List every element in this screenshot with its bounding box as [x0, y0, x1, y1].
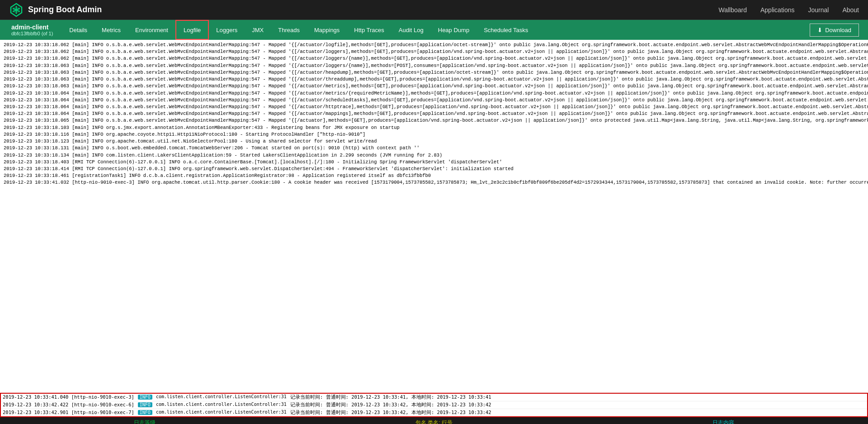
log-line: 2019-12-23 10:33:18.461 [registrationTas…	[4, 172, 864, 179]
tab-audit-log[interactable]: Audit Log	[392, 20, 431, 40]
level-badge: INFO	[138, 410, 152, 415]
sub-nav-tabs: Details Metrics Environment Logfile Logg…	[62, 20, 535, 40]
tab-mappings[interactable]: Mappings	[307, 20, 347, 40]
table-row: 2019-12-23 10:33:42.901 [http-nio-9010-e…	[1, 409, 867, 416]
nav-wallboard[interactable]: Wallboard	[718, 6, 747, 14]
app-instance: dbfc13fbbfb0 (of 1)	[11, 31, 53, 36]
top-nav-links: Wallboard Applications Journal About	[718, 6, 859, 14]
row-message: 记录当前时间: 普通时间: 2019-12-23 10:33:42, 本地时间:…	[288, 401, 493, 409]
row-level: INFO	[136, 394, 154, 401]
brand-title: Spring Boot Admin	[28, 5, 102, 14]
tab-logfile[interactable]: Logfile	[175, 20, 209, 40]
sub-navbar: admin-client dbfc13fbbfb0 (of 1) Details…	[0, 20, 868, 40]
log-line: 2019-12-23 10:33:18.116 [main] INFO org.…	[4, 131, 864, 138]
tab-loggers[interactable]: Loggers	[209, 20, 245, 40]
row-timestamp: 2019-12-23 10:33:42.422 [http-nio-9010-e…	[1, 401, 136, 409]
row-timestamp: 2019-12-23 10:33:42.901 [http-nio-9010-e…	[1, 409, 136, 416]
download-button[interactable]: ⬇ Download	[810, 24, 859, 37]
row-class: com.listen.client.controller.ListenContr…	[154, 401, 288, 409]
row-timestamp: 2019-12-23 10:33:41.040 [http-nio-9010-e…	[1, 394, 136, 401]
footer-labels: 日志等级 包名.类名: 行号 日志内容	[0, 417, 868, 424]
row-message: 记录当前时间: 普通时间: 2019-12-23 10:33:41, 本地时间:…	[288, 394, 493, 401]
app-info: admin-client dbfc13fbbfb0 (of 1)	[5, 24, 60, 36]
nav-applications[interactable]: Applications	[760, 6, 795, 14]
highlighted-rows-section: 2019-12-23 10:33:41.040 [http-nio-9010-e…	[0, 393, 868, 417]
log-line: 2019-12-23 10:33:18.064 [main] INFO o.s.…	[4, 97, 864, 104]
log-line: 2019-12-23 10:33:18.134 [main] INFO com.…	[4, 152, 864, 159]
log-line: 2019-12-23 10:33:18.065 [main] INFO o.s.…	[4, 117, 864, 124]
log-line: 2019-12-23 10:33:18.123 [main] INFO org.…	[4, 138, 864, 145]
log-line: 2019-12-23 10:33:18.063 [main] INFO o.s.…	[4, 83, 864, 90]
download-section: ⬇ Download	[810, 24, 863, 37]
brand: Spring Boot Admin	[9, 3, 102, 17]
log-line: 2019-12-23 10:33:18.131 [main] INFO o.s.…	[4, 145, 864, 152]
tab-threads[interactable]: Threads	[271, 20, 307, 40]
download-icon: ⬇	[817, 27, 822, 33]
highlighted-rows-wrapper: 2019-12-23 10:33:41.040 [http-nio-9010-e…	[0, 393, 868, 417]
log-container: 2019-12-23 10:33:18.062 [main] INFO o.s.…	[0, 40, 868, 393]
log-line: 2019-12-23 10:33:18.063 [main] INFO o.s.…	[4, 62, 864, 69]
log-line: 2019-12-23 10:33:18.414 [RMI TCP Connect…	[4, 166, 864, 172]
log-line: 2019-12-23 10:33:18.063 [main] INFO o.s.…	[4, 76, 864, 83]
log-line: 2019-12-23 10:33:18.062 [main] INFO o.s.…	[4, 42, 864, 48]
tab-details[interactable]: Details	[62, 20, 94, 40]
table-row: 2019-12-23 10:33:41.040 [http-nio-9010-e…	[1, 394, 867, 401]
table-row: 2019-12-23 10:33:42.422 [http-nio-9010-e…	[1, 401, 867, 409]
tab-heap-dump[interactable]: Heap Dump	[431, 20, 476, 40]
tab-http-traces[interactable]: Http Traces	[347, 20, 391, 40]
row-level: INFO	[136, 401, 154, 409]
tab-metrics[interactable]: Metrics	[94, 20, 128, 40]
row-class: com.listen.client.controller.ListenContr…	[154, 409, 288, 416]
log-line: 2019-12-23 10:33:18.103 [main] INFO org.…	[4, 124, 864, 131]
row-class: com.listen.client.controller.ListenContr…	[154, 394, 288, 401]
download-label: Download	[825, 27, 851, 33]
nav-journal[interactable]: Journal	[808, 6, 829, 14]
brand-logo-icon	[9, 3, 24, 17]
footer-label-content: 日志内容	[579, 419, 868, 424]
level-badge: INFO	[138, 402, 152, 407]
log-line: 2019-12-23 10:33:18.063 [main] INFO o.s.…	[4, 69, 864, 76]
nav-about[interactable]: About	[842, 6, 859, 14]
log-line: 2019-12-23 10:33:18.064 [main] INFO o.s.…	[4, 90, 864, 97]
footer-label-level: 日志等级	[0, 419, 289, 424]
log-line: 2019-12-23 10:33:18.064 [main] INFO o.s.…	[4, 104, 864, 110]
log-line: 2019-12-23 10:33:41.032 [http-nio-9010-e…	[4, 179, 864, 186]
log-line: 2019-12-23 10:33:18.403 [RMI TCP Connect…	[4, 159, 864, 166]
row-message: 记录当前时间: 普通时间: 2019-12-23 10:33:42, 本地时间:…	[288, 409, 493, 416]
tab-scheduled-tasks[interactable]: Scheduled Tasks	[476, 20, 535, 40]
log-line: 2019-12-23 10:33:18.062 [main] INFO o.s.…	[4, 48, 864, 55]
level-badge: INFO	[138, 395, 152, 400]
footer-label-class: 包名.类名: 行号	[289, 419, 579, 424]
tab-environment[interactable]: Environment	[128, 20, 175, 40]
tab-jmx[interactable]: JMX	[245, 20, 271, 40]
row-level: INFO	[136, 409, 154, 416]
log-line: 2019-12-23 10:33:18.064 [main] INFO o.s.…	[4, 110, 864, 117]
log-line: 2019-12-23 10:33:18.062 [main] INFO o.s.…	[4, 55, 864, 62]
app-name: admin-client	[11, 24, 53, 31]
top-navbar: Spring Boot Admin Wallboard Applications…	[0, 0, 868, 20]
